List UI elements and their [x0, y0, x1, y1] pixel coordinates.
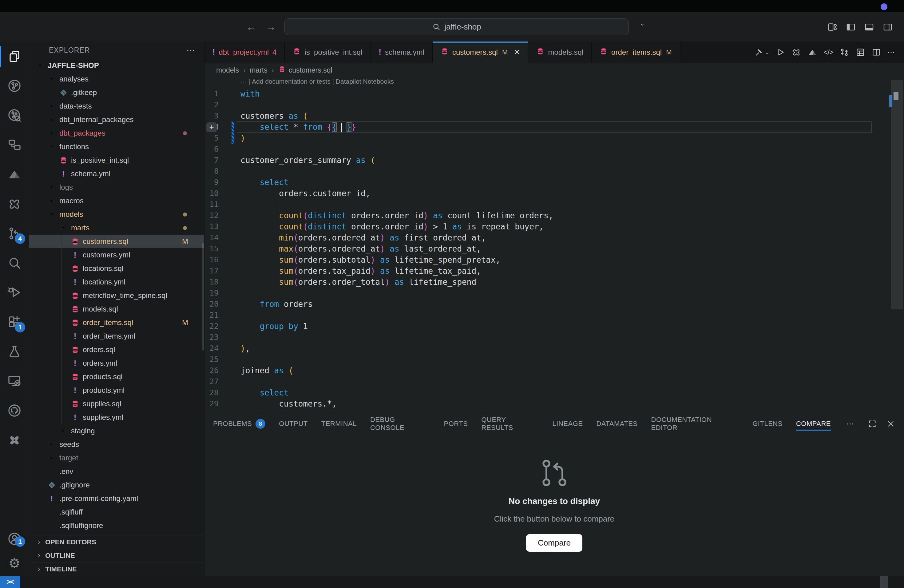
status-defer[interactable]	[60, 576, 68, 588]
compare-button[interactable]: Compare	[526, 534, 582, 552]
section-timeline[interactable]: TIMELINE	[29, 562, 204, 576]
code-line-18[interactable]: 18 sum(orders.order_total) as lifetime_s…	[204, 277, 889, 288]
activity-testing[interactable]	[0, 337, 29, 366]
panel-tab-ports[interactable]: PORTS	[444, 414, 468, 434]
explorer-more-actions-icon[interactable]: ⋯	[186, 45, 196, 55]
tree-folder-jaffle-shop[interactable]: JAFFLE-SHOP	[29, 59, 204, 72]
codelens-actions[interactable]: ··· | Add documentation or tests | Datap…	[240, 78, 394, 85]
tree-file-is-positive-int-sql[interactable]: is_positive_int.sql	[29, 153, 204, 167]
editor-scrollbar[interactable]	[889, 77, 904, 414]
tree-file--gitignore[interactable]: .gitignore	[29, 478, 204, 492]
tree-file-products-yml[interactable]: !products.yml	[29, 384, 204, 397]
tree-folder-analyses[interactable]: analyses	[29, 72, 204, 86]
breadcrumb-item[interactable]: marts	[250, 66, 267, 74]
code-line-27[interactable]: 27	[204, 376, 889, 387]
forward-arrow-icon[interactable]: →	[266, 21, 276, 33]
activity-remote-explorer[interactable]	[0, 366, 29, 396]
tree-file-customers-yml[interactable]: !customers.yml	[29, 248, 204, 262]
tab-customers-sql[interactable]: customers.sqlM✕	[433, 41, 528, 63]
close-tab-icon[interactable]: ✕	[514, 48, 520, 57]
editor-action-more-actions[interactable]: ⋯	[885, 46, 897, 58]
code-line-7[interactable]: 7customer_orders_summary as (	[204, 155, 889, 166]
sidebar-scrollbar[interactable]	[202, 243, 204, 351]
panel-tab-compare[interactable]: COMPARE	[796, 414, 831, 434]
tree-folder-dbt-internal-packages[interactable]: dbt_internal_packages	[29, 113, 204, 126]
panel-tab-datamates[interactable]: DATAMATES	[596, 414, 637, 434]
code-line-17[interactable]: 17 sum(orders.tax_paid) as lifetime_tax_…	[204, 266, 889, 277]
status-blame[interactable]	[832, 576, 840, 588]
status-compare-changes[interactable]	[28, 576, 36, 588]
tree-folder-macros[interactable]: macros	[29, 194, 204, 207]
code-line-13[interactable]: 13 count(distinct orders.order_id) > 1 a…	[204, 221, 889, 232]
panel-tab-terminal[interactable]: TERMINAL	[321, 414, 357, 434]
tree-file-customers-sql[interactable]: customers.sqlM	[29, 235, 204, 248]
code-line-8[interactable]: 8	[204, 166, 889, 177]
panel-tab-lineage[interactable]: LINEAGE	[553, 414, 583, 434]
toggle-sidebar-icon[interactable]	[846, 22, 856, 32]
editor-action-split-editor[interactable]	[869, 46, 883, 59]
activity-run-and-debug[interactable]	[0, 278, 29, 307]
section-open-editors[interactable]: OPEN EDITORS	[29, 535, 204, 548]
tree-folder-seeds[interactable]: seeds	[29, 438, 204, 451]
status-eol[interactable]	[864, 576, 872, 588]
activity-explorer[interactable]	[0, 41, 29, 71]
code-line-15[interactable]: 15 max(orders.ordered_at) as last_ordere…	[204, 243, 889, 254]
code-line-19[interactable]: 19	[204, 288, 889, 299]
breadcrumb-item[interactable]: customers.sql	[289, 66, 332, 74]
panel-tab-query-results[interactable]: QUERY RESULTS	[481, 414, 539, 434]
activity-github[interactable]	[0, 396, 29, 425]
tree-folder-target[interactable]: target	[29, 451, 204, 465]
editor-action-git-compare[interactable]	[838, 46, 851, 59]
code-line-9[interactable]: 9 select	[204, 177, 889, 188]
status-notifications[interactable]	[896, 576, 904, 588]
tab-is-positive-int-sql[interactable]: is_positive_int.sql	[285, 41, 370, 63]
code-line-14[interactable]: 14 min(orders.ordered_at) as first_order…	[204, 232, 889, 243]
status-finish-setup[interactable]	[880, 576, 888, 588]
tab-schema-yml[interactable]: !schema.yml	[371, 41, 433, 63]
tab-models-sql[interactable]: models.sql	[528, 41, 592, 63]
editor-action-build[interactable]: ⌄	[752, 46, 771, 59]
panel-tab-gitlens[interactable]: GITLENS	[752, 414, 782, 434]
customize-layout-icon[interactable]	[827, 22, 838, 32]
code-line-20[interactable]: 20 from orders	[204, 299, 889, 310]
code-line-4[interactable]: 4+ select * from {{ }}	[204, 122, 889, 133]
code-line-1[interactable]: 1with	[204, 88, 889, 100]
tree-file--sqlfluff[interactable]: .sqlfluff	[29, 505, 204, 519]
status-cursor-position[interactable]	[840, 576, 848, 588]
code-line-10[interactable]: 10 orders.customer_id,	[204, 188, 889, 199]
panel-tab-debug-console[interactable]: DEBUG CONSOLE	[370, 414, 430, 434]
tree-file-order-items-yml[interactable]: !order_items.yml	[29, 329, 204, 343]
editor-action-datapilot[interactable]	[806, 46, 819, 59]
code-line-23[interactable]: 23	[204, 332, 889, 343]
activity-datapilot[interactable]	[0, 160, 29, 189]
code-line-11[interactable]: 11	[204, 199, 889, 210]
editor-action-run[interactable]	[774, 46, 787, 59]
panel-tab-documentation-editor[interactable]: DOCUMENTATION EDITOR	[651, 414, 739, 434]
tree-file--pre-commit-config-yaml[interactable]: !.pre-commit-config.yaml	[29, 492, 204, 505]
code-line-6[interactable]: 6	[204, 144, 889, 155]
activity-source-control-circle[interactable]	[0, 71, 29, 101]
tree-file-locations-sql[interactable]: locations.sql	[29, 262, 204, 275]
tree-file-locations-yml[interactable]: !locations.yml	[29, 275, 204, 289]
new-window-action[interactable]: ⌄	[638, 20, 645, 27]
code-line-25[interactable]: 25	[204, 354, 889, 365]
activity-flow-diagram[interactable]	[0, 130, 29, 160]
status-git-branch[interactable]	[20, 576, 28, 588]
back-arrow-icon[interactable]: ←	[246, 21, 256, 33]
tab-dbt-project-yml[interactable]: !dbt_project.yml4	[204, 41, 285, 63]
status-problems[interactable]	[44, 576, 52, 588]
tree-folder-dbt-packages[interactable]: dbt_packages	[29, 126, 204, 140]
tree-file-supplies-yml[interactable]: !supplies.yml	[29, 411, 204, 424]
maximize-panel-icon[interactable]	[868, 419, 877, 428]
code-line-3[interactable]: 3customers as (	[204, 111, 889, 122]
command-center-search[interactable]: jaffle-shop	[284, 19, 629, 35]
remote-indicator[interactable]: ><	[0, 576, 20, 588]
code-line-24[interactable]: 24),	[204, 343, 889, 354]
activity-accounts[interactable]: 1	[0, 526, 29, 551]
editor-action-query-results[interactable]	[853, 46, 867, 59]
code-line-21[interactable]: 21	[204, 310, 889, 321]
status-prettier[interactable]	[888, 576, 896, 588]
panel-more-icon[interactable]: ⋯	[846, 419, 854, 429]
panel-tab-output[interactable]: OUTPUT	[279, 414, 308, 434]
activity-git-graph[interactable]: 4	[0, 219, 29, 248]
